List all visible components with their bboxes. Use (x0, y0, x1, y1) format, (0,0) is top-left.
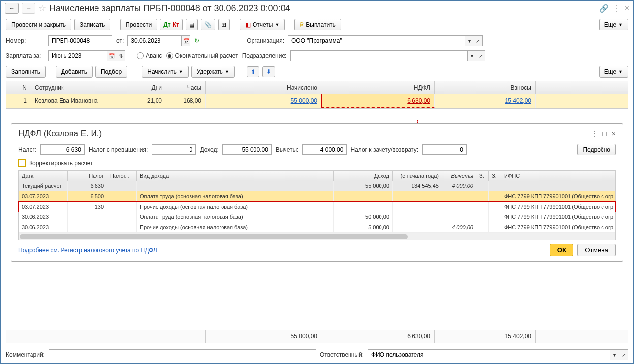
link-icon[interactable]: 🔗 (599, 4, 609, 13)
number-input[interactable] (48, 35, 112, 46)
totals-row: 55 000,00 6 630,00 15 402,00 (6, 330, 628, 343)
tax-label: Налог: (18, 146, 36, 153)
reports-button[interactable]: ◧Отчеты▼ (240, 19, 285, 30)
org-open-button[interactable]: ↗ (474, 35, 483, 46)
post-close-button[interactable]: Провести и закрыть (6, 19, 71, 30)
responsible-input[interactable] (368, 349, 610, 360)
nav-forward-button[interactable]: → (22, 3, 35, 14)
table-row[interactable]: 03.07.20236 500Оплата труда (основная на… (19, 191, 615, 202)
fill-button[interactable]: Заполнить (6, 66, 46, 78)
detail-more-button[interactable]: Подробно (577, 144, 616, 155)
org-input[interactable] (288, 35, 465, 46)
employees-table: N Сотрудник Дни Часы Начислено НДФЛ Взно… (6, 81, 628, 109)
deductions-input[interactable] (302, 144, 347, 155)
list-icon-button[interactable]: ▤ (186, 19, 198, 30)
calendar-icon[interactable]: 📅 (182, 35, 190, 46)
comment-input[interactable] (49, 349, 316, 360)
move-up-button[interactable]: ⬆ (247, 66, 259, 77)
col-hours: Часы (166, 81, 206, 94)
ndfl-link[interactable]: 6 630,00 (407, 97, 430, 104)
page-title: Начисление зарплаты ПРБП-000048 от 30.06… (49, 3, 290, 14)
income-input[interactable] (222, 144, 272, 155)
dept-dropdown-button[interactable]: ▾ (468, 50, 476, 61)
period-calendar-icon[interactable]: 📅 (107, 50, 116, 61)
from-label: от: (116, 37, 124, 44)
salary-for-label: Зарплата за: (6, 52, 44, 59)
col-employee: Сотрудник (31, 81, 127, 94)
excess-label: Налог с превышения: (89, 146, 148, 153)
excess-input[interactable] (152, 144, 196, 155)
credit-input[interactable] (422, 144, 467, 155)
nav-back-button[interactable]: ← (5, 3, 19, 14)
credit-label: Налог к зачету/возврату: (350, 146, 418, 153)
save-button[interactable]: Записать (74, 19, 110, 30)
deductions-label: Вычеты: (276, 146, 299, 153)
table-row[interactable]: 30.06.2023Оплата труда (основная налогов… (19, 212, 615, 222)
table-row[interactable]: Текущий расчет6 63055 000,00134 545,454 … (19, 181, 615, 191)
ndfl-lines-table: Дата Налог Налог... Вид дохода Доход (с … (18, 170, 616, 240)
responsible-open-button[interactable]: ↗ (619, 349, 628, 360)
refresh-icon[interactable]: ↻ (194, 37, 199, 44)
detail-maximize-icon[interactable]: □ (602, 130, 606, 138)
close-icon[interactable]: × (625, 4, 629, 13)
withhold-button[interactable]: Удержать▼ (191, 66, 235, 78)
accrued-link[interactable]: 55 000,00 (291, 97, 317, 104)
detail-kebab-icon[interactable]: ⋮ (591, 130, 598, 138)
detail-title: НДФЛ (Козлова Е. И.) (18, 129, 102, 139)
ndfl-register-link[interactable]: Подробнее см. Регистр налогового учета п… (18, 247, 157, 254)
move-down-button[interactable]: ⬇ (262, 66, 275, 77)
cancel-button[interactable]: Отмена (577, 244, 616, 256)
period-input[interactable] (48, 50, 107, 61)
income-label: Доход: (200, 146, 218, 153)
col-days: Дни (127, 81, 166, 94)
dept-label: Подразделение: (242, 52, 287, 59)
responsible-dropdown-button[interactable]: ▾ (610, 349, 619, 360)
comment-label: Комментарий: (6, 351, 45, 358)
table-row[interactable]: 30.06.2023Прочие доходы (основная налого… (19, 222, 615, 233)
table-row[interactable]: 03.07.2023130Прочие доходы (основная нал… (19, 202, 615, 212)
add-button[interactable]: Добавить (56, 66, 93, 78)
col-n: N (6, 81, 31, 94)
grid-icon-button[interactable]: ⊞ (218, 19, 230, 30)
org-dropdown-button[interactable]: ▾ (465, 35, 474, 46)
tax-input[interactable] (40, 144, 85, 155)
horizontal-scrollbar[interactable] (19, 233, 615, 240)
total-ndfl: 6 630,00 (321, 330, 435, 343)
correct-checkbox[interactable] (18, 159, 26, 167)
number-label: Номер: (6, 37, 44, 44)
col-accrued: Начислено (206, 81, 321, 94)
total-contributions: 15 402,00 (435, 330, 536, 343)
kebab-icon[interactable]: ⋮ (613, 4, 621, 13)
pay-button[interactable]: ₽Выплатить (294, 19, 341, 30)
contributions-link[interactable]: 15 402,00 (505, 97, 531, 104)
pick-button[interactable]: Подбор (95, 66, 127, 78)
detail-close-icon[interactable]: × (612, 130, 616, 138)
col-contributions: Взносы (435, 81, 536, 94)
favorite-icon[interactable]: ☆ (38, 3, 46, 14)
ok-button[interactable]: ОК (550, 244, 574, 256)
ndfl-detail-panel: НДФЛ (Козлова Е. И.) ⋮ □ × Налог: Налог … (11, 123, 623, 262)
table-row[interactable]: 1 Козлова Ева Ивановна 21,00 168,00 55 0… (6, 94, 628, 108)
advance-radio[interactable]: Аванс (137, 52, 162, 59)
dept-input[interactable] (290, 50, 468, 61)
correct-label: Корректировать расчет (29, 160, 93, 167)
col-ndfl: НДФЛ (321, 81, 435, 94)
post-button[interactable]: Провести (120, 19, 157, 30)
dept-open-button[interactable]: ↗ (476, 50, 485, 61)
period-stepper[interactable]: ⇅ (116, 50, 125, 61)
total-accrued: 55 000,00 (206, 330, 321, 343)
dt-kt-button[interactable]: ДтКт (160, 19, 183, 30)
table-more-button[interactable]: Еще▼ (599, 66, 628, 78)
attach-icon-button[interactable]: 📎 (201, 19, 215, 30)
more-button[interactable]: Еще▼ (599, 19, 628, 30)
accrue-button[interactable]: Начислить▼ (142, 66, 188, 78)
responsible-label: Ответственный: (320, 351, 364, 358)
org-label: Организация: (247, 37, 284, 44)
final-radio[interactable]: Окончательный расчет (166, 52, 238, 59)
date-input[interactable] (127, 35, 182, 46)
